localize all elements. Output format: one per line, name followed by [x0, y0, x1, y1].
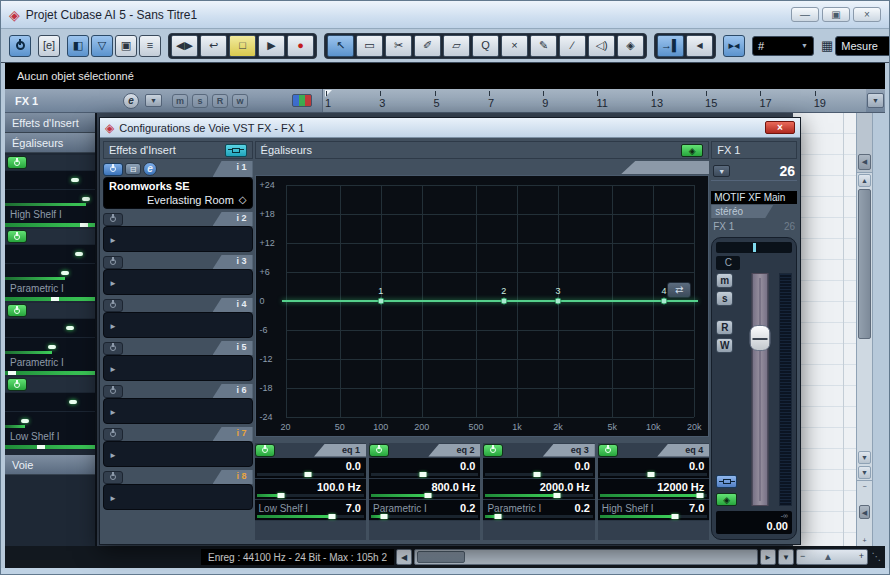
insert-slot-box[interactable]: ►: [103, 441, 253, 467]
resize-grip[interactable]: ⋱: [870, 549, 883, 565]
eq-band-power-button[interactable]: [7, 230, 27, 243]
horizontal-zoom-slider[interactable]: − ▲ +: [796, 549, 868, 565]
tool-erase-button[interactable]: ▱: [443, 35, 470, 57]
eq-quality[interactable]: High Shelf I7.0: [598, 500, 709, 521]
tool-zoom-button[interactable]: Q: [472, 35, 499, 57]
eq-preset-tab[interactable]: [621, 161, 709, 174]
scale-slider-handle[interactable]: ◀: [858, 154, 871, 170]
slider-handle[interactable]: [305, 472, 312, 477]
gain-slider[interactable]: [5, 170, 95, 189]
eq-frequency[interactable]: 800.0 Hz: [369, 479, 480, 500]
slider-handle[interactable]: [495, 514, 502, 519]
q-slider[interactable]: [5, 223, 95, 227]
eq-band-power-button[interactable]: [369, 444, 389, 457]
activate-outputs-button[interactable]: [9, 35, 31, 57]
slider-handle[interactable]: [424, 493, 431, 498]
pan-control[interactable]: [716, 242, 792, 253]
eq-point[interactable]: 3: [555, 298, 562, 305]
eq-band-power-button[interactable]: [255, 444, 275, 457]
window-titlebar[interactable]: ◈ Projet Cubase AI 5 - Sans Titre1 — ▣ ×: [1, 1, 889, 29]
eq-gain[interactable]: 0.0: [369, 458, 480, 479]
eq-curve[interactable]: [282, 300, 699, 302]
output-routing[interactable]: MOTIF XF Main: [711, 191, 797, 204]
insert-power-button[interactable]: [103, 299, 123, 312]
event-grid[interactable]: [793, 113, 857, 546]
track-color-icon[interactable]: [292, 94, 312, 107]
q-slider[interactable]: [5, 371, 95, 375]
dialog-titlebar[interactable]: ◈ Configurations de Voie VST FX - FX 1 ×: [100, 118, 800, 138]
slider-handle[interactable]: [69, 400, 77, 404]
track-options-button[interactable]: ▼: [145, 94, 162, 107]
grid-type-select[interactable]: #▼: [752, 36, 814, 56]
minimize-button[interactable]: —: [791, 7, 819, 22]
eq-gain[interactable]: 0.0: [255, 458, 366, 479]
fader-level-value[interactable]: 0.00: [767, 520, 788, 532]
insert-power-button[interactable]: [103, 385, 123, 398]
gain-slider[interactable]: [5, 392, 95, 411]
snap-type-select[interactable]: Mesure▼: [835, 36, 890, 56]
slider-handle[interactable]: [419, 472, 426, 477]
q-slider[interactable]: [5, 297, 95, 301]
inspector-section-inserts[interactable]: Effets d'Insert: [5, 113, 95, 133]
autoscroll-button[interactable]: →▌: [657, 35, 684, 57]
insert-edit-button[interactable]: e: [143, 162, 157, 176]
gain-slider[interactable]: [5, 318, 95, 337]
insert-slot-box[interactable]: ►: [103, 398, 253, 424]
vertical-scrollbar-track[interactable]: [857, 340, 872, 450]
tool-range-button[interactable]: ▭: [356, 35, 383, 57]
q-slider[interactable]: [5, 445, 95, 449]
open-mixer-button[interactable]: ≡: [139, 35, 161, 57]
slider-handle[interactable]: [75, 252, 83, 256]
goto-locators-button[interactable]: ◀▶: [171, 35, 198, 57]
insert-fold-button[interactable]: ⊟: [125, 163, 141, 175]
tool-mute-button[interactable]: ×: [501, 35, 528, 57]
track-edit-button[interactable]: e: [123, 93, 139, 109]
zoom-preset-button-h[interactable]: ▼: [778, 549, 794, 565]
slider-handle[interactable]: [48, 345, 56, 349]
freq-slider[interactable]: [5, 411, 95, 430]
slider-handle[interactable]: [82, 197, 90, 201]
write-automation-button[interactable]: W: [716, 338, 733, 353]
eq-point[interactable]: 2: [500, 298, 507, 305]
scroll-up-button[interactable]: ▲: [858, 174, 871, 187]
eq-band-power-button[interactable]: [7, 304, 27, 317]
track-name[interactable]: FX 1: [5, 95, 123, 107]
eq-band-power-button[interactable]: [7, 156, 27, 169]
insert-slot-box[interactable]: ►: [103, 484, 253, 510]
eq-band-power-button[interactable]: [7, 378, 27, 391]
record-button[interactable]: ●: [287, 35, 314, 57]
horizontal-scrollbar-thumb[interactable]: [417, 551, 465, 563]
eq-gain[interactable]: 0.0: [598, 458, 709, 479]
insert-power-button[interactable]: [103, 428, 123, 441]
channel-select-caret[interactable]: ▼: [713, 165, 730, 177]
eq-invert-button[interactable]: ⇄: [667, 282, 691, 298]
track-m-button[interactable]: m: [172, 94, 188, 108]
insert-power-button[interactable]: [103, 213, 123, 226]
freq-slider[interactable]: [5, 337, 95, 356]
play-button[interactable]: ▶: [258, 35, 285, 57]
horizontal-zoom-handle[interactable]: ▲: [823, 551, 833, 562]
slider-handle[interactable]: [71, 178, 79, 182]
freq-slider[interactable]: [5, 189, 95, 208]
slider-handle[interactable]: [37, 445, 45, 449]
inserts-state-button[interactable]: [716, 475, 737, 488]
show-info-line-button[interactable]: ▽: [91, 35, 113, 57]
eq-frequency[interactable]: 12000 Hz: [598, 479, 709, 500]
edit-channel-settings-button[interactable]: [e]: [38, 35, 60, 57]
inspector-section-equalizers[interactable]: Égaliseurs: [5, 133, 95, 153]
mute-button[interactable]: m: [716, 273, 733, 288]
tool-select-button[interactable]: ↖: [327, 35, 354, 57]
freq-slider[interactable]: [5, 263, 95, 282]
insert-slot-box[interactable]: ►: [103, 312, 253, 338]
close-button[interactable]: ×: [853, 7, 881, 22]
track-s-button[interactable]: s: [192, 94, 208, 108]
slider-handle[interactable]: [672, 514, 679, 519]
ruler-options-button[interactable]: ▼: [867, 93, 884, 108]
slider-handle[interactable]: [51, 297, 59, 301]
eq-frequency[interactable]: 100.0 Hz: [255, 479, 366, 500]
gain-slider[interactable]: [5, 244, 95, 263]
tool-draw-button[interactable]: ✎: [530, 35, 557, 57]
insert-power-button[interactable]: [103, 163, 123, 176]
tool-color-button[interactable]: ◈: [617, 35, 644, 57]
zoom-preset-button[interactable]: ▼: [858, 466, 871, 479]
